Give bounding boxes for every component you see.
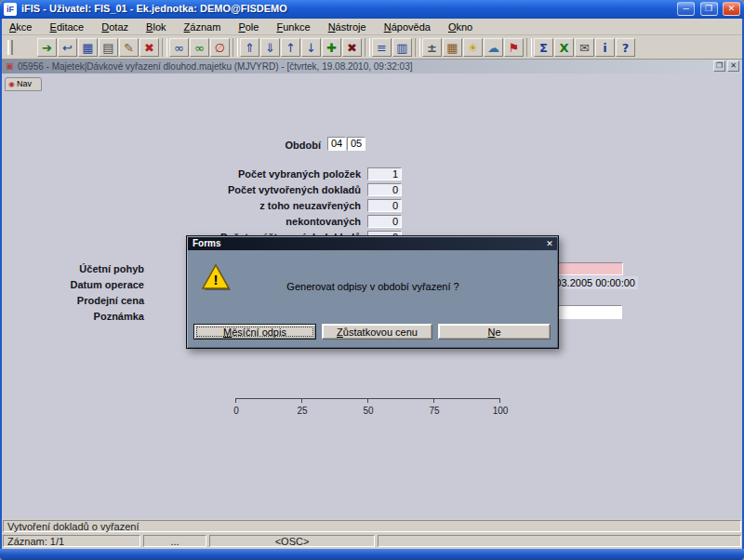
toolbar-separator: [365, 38, 370, 57]
residual-value-button[interactable]: Zůstatkovou cenu: [322, 324, 432, 340]
detail-view-icon[interactable]: ▥: [392, 38, 412, 57]
edit-icon[interactable]: ✎: [119, 38, 139, 57]
menu-item-pole[interactable]: Pole: [231, 19, 266, 35]
nekontovanych-label: nekontovaných: [112, 216, 361, 227]
cancel-query-icon[interactable]: ∅: [210, 38, 230, 57]
dialog-close-button[interactable]: ✕: [544, 238, 555, 249]
print-icon[interactable]: ▤: [99, 38, 118, 57]
calendar-icon[interactable]: ▦: [443, 38, 462, 57]
dialog-title: Forms: [193, 237, 221, 250]
close-button[interactable]: ✕: [723, 2, 740, 16]
window-controls: ─ ❐ ✕: [676, 2, 740, 19]
save-icon[interactable]: ▦: [78, 38, 98, 57]
neuzavrenych-field[interactable]: 0: [367, 199, 402, 212]
osc-indicator: <OSC>: [209, 535, 375, 547]
neuzavrenych-label: z toho neuzavřených: [112, 200, 361, 211]
status-message: Vytvoření dokladů o vyřazení: [3, 520, 741, 532]
prev-record-icon[interactable]: ↑: [281, 38, 300, 57]
menu-item-editace[interactable]: Editace: [43, 19, 92, 35]
poznamka-label: Poznámka: [19, 311, 144, 322]
status-indicator-bar: Záznam: 1/1 ... <OSC>: [2, 534, 742, 549]
toolbar-separator: [162, 38, 167, 57]
svg-text:!: !: [214, 272, 219, 287]
nekontovanych-field[interactable]: 0: [367, 215, 402, 228]
obdobi-month-field[interactable]: 04: [327, 137, 346, 151]
cloud-icon[interactable]: ☁: [484, 38, 503, 57]
dialog-message: Generovat odpisy v období vyřazení ?: [224, 281, 522, 292]
next-record-icon[interactable]: ↓: [301, 38, 321, 57]
scale-label-0: 0: [233, 406, 239, 416]
status-cell-empty: [378, 535, 741, 547]
scale-tick: [499, 398, 500, 403]
menu-bar: Akce Editace Dotaz Blok Záznam Pole Funk…: [2, 19, 742, 35]
insert-record-icon[interactable]: ✚: [322, 38, 341, 57]
window-frame-bottom: [0, 549, 744, 560]
sun-icon[interactable]: ☀: [463, 38, 483, 57]
scale-tick: [367, 398, 368, 403]
obdobi-year-field[interactable]: 05: [347, 137, 365, 151]
list-values-icon[interactable]: ≡: [372, 38, 392, 57]
mail-icon[interactable]: ✉: [575, 38, 594, 57]
forms-dialog: Forms ✕ ! Generovat odpisy v období vyřa…: [186, 235, 559, 349]
record-counter: Záznam: 1/1: [3, 535, 140, 547]
toolbar-separator: [232, 38, 238, 57]
app-icon: iF: [4, 3, 17, 16]
status-message-bar: Vytvoření dokladů o vyřazení: [2, 519, 742, 534]
datum-operace-label: Datum operace: [19, 279, 144, 290]
info-icon[interactable]: i: [595, 38, 615, 57]
form-window-icon: ▣: [6, 61, 14, 72]
calculator-icon[interactable]: ±: [422, 38, 442, 57]
pocet-vybranych-field[interactable]: 1: [367, 167, 402, 180]
pocet-vytvorenych-field[interactable]: 0: [367, 183, 402, 196]
scale-label-50: 50: [363, 406, 373, 416]
nav-tab[interactable]: ◉Nav: [5, 77, 42, 91]
menu-item-blok[interactable]: Blok: [139, 19, 173, 35]
menu-item-funkce[interactable]: Funkce: [270, 19, 318, 35]
excel-export-icon[interactable]: X: [554, 38, 574, 57]
clear-field-icon[interactable]: ✖: [140, 38, 159, 57]
execute-query-icon[interactable]: ∞: [190, 38, 209, 57]
restore-button[interactable]: ❐: [700, 2, 718, 16]
window-titlebar: iF iFIS - Uživatel: FIS_01 - Ek.jednotka…: [0, 0, 744, 19]
toolbar-separator: [415, 38, 420, 57]
enter-query-icon[interactable]: ∞: [169, 38, 189, 57]
undo-icon[interactable]: ↩: [58, 38, 77, 57]
pocet-vybranych-label: Počet vybraných položek: [112, 168, 361, 180]
scale-label-25: 25: [297, 406, 307, 416]
dialog-titlebar: Forms ✕: [188, 237, 557, 250]
first-record-icon[interactable]: ⇑: [240, 38, 259, 57]
application-window: iF iFIS - Uživatel: FIS_01 - Ek.jednotka…: [0, 0, 744, 560]
scale-tick: [433, 398, 434, 403]
mdi-close-button[interactable]: ✕: [727, 60, 739, 72]
menu-item-dotaz[interactable]: Dotaz: [94, 19, 136, 35]
menu-item-napoveda[interactable]: Nápověda: [377, 19, 438, 35]
minimize-button[interactable]: ─: [677, 2, 695, 16]
menu-item-okno[interactable]: Okno: [441, 19, 480, 35]
menu-item-zaznam[interactable]: Záznam: [177, 19, 229, 35]
obdobi-label: Období: [200, 140, 321, 151]
delete-record-icon[interactable]: ✖: [342, 38, 362, 57]
nav-tab-label: Nav: [17, 79, 32, 88]
toolbar-grip: [7, 40, 13, 55]
pocet-vytvorenych-label: Počet vytvořených dokladů: [112, 184, 361, 195]
last-record-icon[interactable]: ⇓: [260, 38, 280, 57]
nav-tab-icon: ◉: [8, 80, 15, 88]
toolbar: ➔↩▦▤✎✖∞∞∅⇑⇓↑↓✚✖≡▥±▦☀☁⚑ΣX✉i?: [2, 35, 742, 60]
exit-icon[interactable]: ➔: [37, 38, 57, 57]
no-button[interactable]: Ne: [438, 324, 551, 340]
menu-item-akce[interactable]: Akce: [2, 19, 39, 35]
scale-label-75: 75: [429, 406, 439, 416]
scale-label-100: 100: [493, 406, 509, 416]
ucetni-pohyb-label: Účetní pohyb: [19, 263, 144, 274]
window-frame-left: [0, 19, 2, 549]
help-icon[interactable]: ?: [616, 38, 635, 57]
menu-item-nastroje[interactable]: Nástroje: [321, 19, 374, 35]
window-title: iFIS - Uživatel: FIS_01 - Ek.jednotka: D…: [21, 3, 287, 14]
status-ellipsis: ...: [143, 535, 206, 547]
toolbar-separator: [526, 38, 532, 57]
monthly-depreciation-button[interactable]: Měsíční odpis: [193, 324, 316, 340]
mdi-restore-button[interactable]: ❐: [713, 60, 725, 72]
sum-icon[interactable]: Σ: [534, 38, 553, 57]
prodejni-cena-label: Prodejní cena: [19, 295, 144, 306]
flag-icon[interactable]: ⚑: [504, 38, 524, 57]
